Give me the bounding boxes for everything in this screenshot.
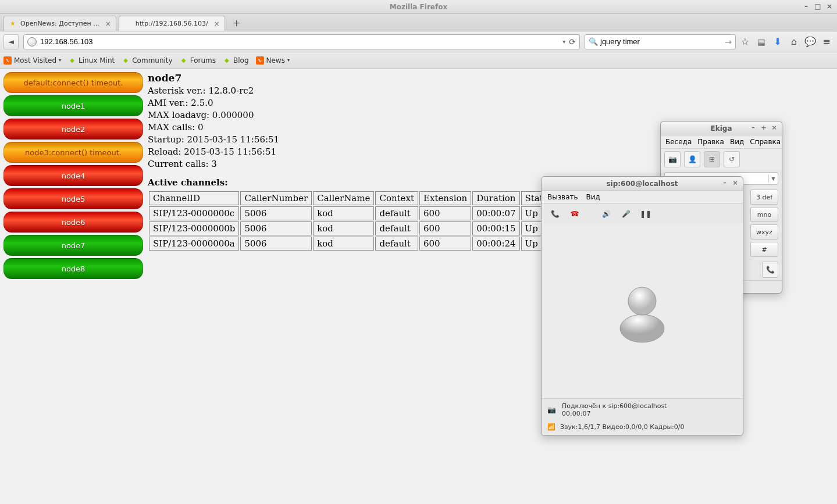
node-button-6[interactable]: node6 (3, 212, 143, 233)
bookmark-star-icon[interactable]: ☆ (738, 35, 752, 49)
tab-label: OpenNews: Доступен ... (20, 20, 99, 27)
info-line: Reload: 2015-03-15 11:56:51 (148, 146, 554, 158)
url-input[interactable] (40, 37, 559, 46)
ekiga-call-window[interactable]: sip:600@localhost – × Вызвать Вид 📞 ☎ 🔊 … (541, 176, 743, 436)
webcam-icon[interactable]: 📷 (664, 151, 681, 167)
menu-view[interactable]: Вид (730, 138, 744, 146)
table-header: Context (375, 191, 418, 205)
menu-view[interactable]: Вид (586, 193, 600, 201)
window-title: Mozilla Firefox (390, 3, 447, 11)
info-line: Current calls: 3 (148, 158, 554, 170)
minimize-button[interactable]: – (721, 179, 729, 187)
node-list: default:connect() timeout.node1node2node… (3, 72, 143, 501)
search-input[interactable] (600, 37, 725, 46)
close-button[interactable]: × (731, 179, 739, 187)
bookmark-community[interactable]: ◆ Community (122, 56, 172, 65)
key-3[interactable]: 3 def (750, 190, 778, 205)
search-icon: 🔍 (589, 37, 598, 46)
reload-icon[interactable]: ⟳ (569, 37, 576, 47)
bookmark-news[interactable]: ∿ News ▾ (256, 56, 290, 65)
new-tab-button[interactable]: + (230, 16, 244, 30)
hangup-icon[interactable]: ☎ (567, 208, 582, 220)
call-button[interactable]: 📞 (762, 262, 778, 278)
table-cell: 5006 (240, 237, 312, 251)
chevron-down-icon[interactable]: ▾ (768, 174, 778, 183)
node-button-0[interactable]: default:connect() timeout. (3, 72, 143, 93)
table-cell: kod (313, 237, 374, 251)
bookmarks-list-icon[interactable]: ▤ (754, 35, 768, 49)
menu-call[interactable]: Вызвать (547, 193, 578, 201)
home-icon[interactable]: ⌂ (787, 35, 801, 49)
pause-icon[interactable]: ❚❚ (638, 208, 653, 220)
menu-chat[interactable]: Беседа (665, 138, 692, 146)
table-cell: 5006 (240, 221, 312, 235)
call-status-row: 📷 Подключён к sip:600@localhost 00:00:07 (542, 398, 743, 421)
node-button-7[interactable]: node7 (3, 235, 143, 256)
maximize-button[interactable]: + (760, 124, 768, 132)
info-line: MAX loadavg: 0.000000 (148, 109, 554, 121)
table-header: Extension (419, 191, 471, 205)
maximize-button[interactable]: □ (814, 2, 822, 10)
table-cell: default (375, 221, 418, 235)
search-bar[interactable]: 🔍 → (585, 34, 736, 49)
menu-edit[interactable]: Правка (697, 138, 724, 146)
mic-icon[interactable]: 🎤 (618, 208, 633, 220)
chat-icon[interactable]: 💬 (803, 35, 817, 49)
table-cell: 00:00:15 (472, 221, 519, 235)
video-area (542, 224, 743, 398)
chevron-down-icon: ▾ (287, 58, 290, 63)
node-info: node7 Asterisk ver.: 12.8.0-rc2AMI ver.:… (148, 72, 554, 501)
table-cell: SIP/123-0000000c (149, 206, 239, 220)
table-row: SIP/123-0000000c5006koddefault60000:00:0… (149, 206, 553, 220)
url-dropdown-icon[interactable]: ▾ (559, 38, 569, 45)
dialpad-icon[interactable]: ⊞ (704, 151, 720, 167)
history-icon[interactable]: ↺ (724, 151, 740, 167)
menu-help[interactable]: Справка (750, 138, 781, 146)
node-button-1[interactable]: node1 (3, 95, 143, 116)
tab-bar: ★ OpenNews: Доступен ... × http://192.16… (0, 14, 837, 31)
table-cell: SIP/123-0000000b (149, 221, 239, 235)
node-button-2[interactable]: node2 (3, 119, 143, 140)
node-button-8[interactable]: node8 (3, 258, 143, 279)
back-button[interactable]: ◄ (3, 34, 19, 49)
table-cell: kod (313, 221, 374, 235)
webcam-icon: 📷 (547, 406, 556, 414)
speaker-icon[interactable]: 🔊 (599, 208, 614, 220)
nav-bar: ◄ ▾ ⟳ 🔍 → ☆ ▤ ⬇ ⌂ 💬 ≡ (0, 31, 837, 52)
node-button-5[interactable]: node5 (3, 188, 143, 209)
table-row: SIP/123-0000000b5006koddefault60000:00:1… (149, 221, 553, 235)
tab-close-icon[interactable]: × (213, 20, 221, 28)
info-line: AMI ver.: 2.5.0 (148, 97, 554, 109)
browser-tab-1[interactable]: http://192.168.56.103/ × (119, 16, 225, 31)
contact-icon[interactable]: 👤 (684, 151, 700, 167)
key-9[interactable]: wxyz (750, 224, 778, 240)
bookmark-blog[interactable]: ◆ Blog (223, 56, 249, 65)
url-bar[interactable]: ▾ ⟳ (23, 34, 580, 49)
mint-icon: ◆ (180, 56, 188, 65)
bookmark-most-visited[interactable]: ∿ Most Visited ▾ (3, 56, 61, 65)
key-6[interactable]: mno (750, 207, 778, 222)
tab-close-icon[interactable]: × (104, 20, 112, 28)
close-button[interactable]: × (770, 124, 778, 132)
bookmark-linux-mint[interactable]: ◆ Linux Mint (68, 56, 115, 65)
pickup-icon[interactable]: 📞 (547, 208, 562, 220)
browser-tab-0[interactable]: ★ OpenNews: Доступен ... × (3, 16, 116, 31)
menu-icon[interactable]: ≡ (820, 35, 834, 49)
close-button[interactable]: × (825, 2, 834, 10)
node-button-4[interactable]: node4 (3, 165, 143, 186)
feed-icon: ∿ (256, 56, 264, 65)
page-icon (124, 20, 132, 28)
table-header: CallerName (313, 191, 374, 205)
ekiga-titlebar[interactable]: Ekiga – + × (661, 121, 782, 135)
minimize-button[interactable]: – (802, 2, 810, 10)
node-button-3[interactable]: node3:connect() timeout. (3, 142, 143, 163)
bookmark-forums[interactable]: ◆ Forums (180, 56, 216, 65)
call-titlebar[interactable]: sip:600@localhost – × (542, 177, 743, 191)
key-hash[interactable]: # (750, 242, 778, 257)
downloads-icon[interactable]: ⬇ (771, 35, 785, 49)
svg-point-0 (620, 314, 664, 342)
globe-icon (27, 37, 37, 47)
minimize-button[interactable]: – (749, 124, 757, 132)
search-go-icon[interactable]: → (725, 37, 732, 47)
mint-icon: ◆ (223, 56, 231, 65)
